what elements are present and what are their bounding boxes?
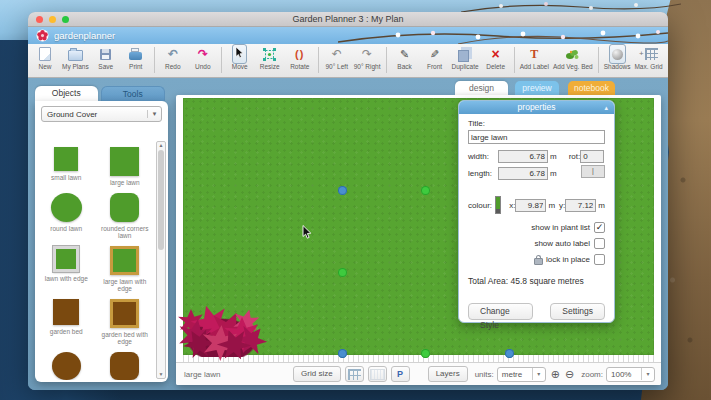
green-edge-swatch: [53, 246, 79, 272]
tab-preview[interactable]: preview: [515, 81, 559, 95]
redo-icon: ↶: [168, 47, 178, 61]
selection-handle-top-left[interactable]: [338, 186, 347, 195]
object-item-garden-bed-with-edge[interactable]: garden bed with edge: [96, 293, 155, 346]
toolbar-save-button[interactable]: Save: [91, 46, 121, 70]
selected-object-status: large lawn: [184, 370, 220, 379]
properties-panel: properties ▴ Title: width: m rot: length…: [458, 100, 615, 323]
object-item-round-lawn[interactable]: round lawn: [37, 187, 96, 240]
toolbar-divider: [221, 47, 222, 73]
rotation-dial[interactable]: |: [581, 165, 605, 178]
objects-panel-body: Ground Cover ▾ small lawn large lawn rou…: [35, 101, 168, 382]
canvas-status-bar: large lawn Grid size P Layers units: met…: [176, 362, 661, 385]
colour-swatch[interactable]: [495, 196, 501, 214]
lock-in-place-label: lock in place: [546, 255, 590, 264]
width-input[interactable]: [498, 150, 548, 163]
bring-to-front-icon: ✎: [430, 47, 439, 61]
toolbar-add-veg-bed-button[interactable]: Add Veg. Bed: [551, 46, 595, 70]
selection-handle-bottom-middle[interactable]: [421, 349, 430, 358]
new-document-icon: [39, 47, 51, 61]
toolbar-delete-button[interactable]: × Delete: [481, 46, 511, 70]
title-label: Title:: [468, 119, 485, 128]
toolbar-new-button[interactable]: New: [30, 46, 60, 70]
green-rounded-swatch: [110, 193, 139, 222]
grid-size-button[interactable]: Grid size: [293, 366, 341, 382]
toolbar-redo-button[interactable]: ↶ Redo: [158, 46, 188, 70]
chevron-down-icon: ▾: [641, 368, 654, 380]
toolbar-undo-button[interactable]: ↷ Undo: [188, 46, 218, 70]
toolbar-back-button[interactable]: ✎ Back: [390, 46, 420, 70]
object-item-rounded-corners-lawn[interactable]: rounded corners lawn: [96, 187, 155, 240]
zoom-in-button[interactable]: ⊕: [551, 368, 560, 381]
window-titlebar[interactable]: Garden Planner 3 : My Plan: [28, 12, 668, 27]
object-item-rounded-corners-bed[interactable]: rounded corners: [96, 346, 155, 381]
settings-button[interactable]: Settings: [550, 303, 605, 320]
length-input[interactable]: [498, 167, 548, 180]
object-item-garden-bed[interactable]: garden bed: [37, 293, 96, 346]
toggle-grid-button[interactable]: [345, 366, 364, 382]
layers-button[interactable]: Layers: [428, 366, 468, 382]
object-item-large-lawn-with-edge[interactable]: large lawn with edge: [96, 240, 155, 293]
change-style-button[interactable]: Change Style: [468, 303, 533, 320]
toolbar-add-label-button[interactable]: T Add Label: [518, 46, 551, 70]
toolbar-print-button[interactable]: Print: [121, 46, 151, 70]
chevron-down-icon: ▾: [532, 368, 545, 380]
resize-icon: [263, 48, 276, 61]
show-in-plant-list-label: show in plant list: [531, 223, 590, 232]
title-input[interactable]: [468, 130, 605, 144]
units-select[interactable]: metre ▾: [497, 367, 546, 382]
toolbar-move-button[interactable]: Move: [225, 46, 255, 70]
selection-handle-bottom-right[interactable]: [505, 349, 514, 358]
zoom-label: zoom:: [581, 370, 603, 379]
toolbar-divider: [154, 47, 155, 73]
save-icon: [100, 49, 111, 60]
length-label: length:: [468, 169, 498, 178]
toolbar-resize-button[interactable]: Resize: [255, 46, 285, 70]
tab-objects[interactable]: Objects: [35, 86, 98, 101]
toolbar-max-grid-button[interactable]: Max. Grid: [632, 46, 664, 70]
lock-in-place-checkbox[interactable]: [594, 254, 605, 265]
pink-shrub-object[interactable]: [178, 299, 268, 359]
object-item-lawn-with-edge[interactable]: lawn with edge: [37, 240, 96, 293]
object-item-small-lawn[interactable]: small lawn: [37, 141, 96, 187]
selection-handle-left-middle[interactable]: [338, 268, 347, 277]
toolbar-duplicate-button[interactable]: Duplicate: [450, 46, 481, 70]
toolbar-90-right-button[interactable]: ↷ 90° Right: [352, 46, 383, 70]
plant-list-button[interactable]: P: [391, 366, 410, 382]
tab-design[interactable]: design: [455, 81, 508, 95]
max-grid-icon: [645, 48, 658, 60]
toolbar-divider: [514, 47, 515, 73]
colour-label: colour:: [468, 201, 492, 210]
collapse-panel-icon[interactable]: ▴: [604, 101, 608, 114]
show-auto-label-checkbox[interactable]: [594, 238, 605, 249]
rotate-icon: (): [295, 47, 304, 61]
toolbar-rotate-button[interactable]: () Rotate: [285, 46, 315, 70]
green-square-swatch: [54, 147, 78, 171]
toggle-ruler-button[interactable]: [368, 366, 387, 382]
tab-tools[interactable]: Tools: [101, 86, 166, 101]
scroll-down-icon[interactable]: ▼: [157, 371, 165, 378]
selection-handle-bottom-left[interactable]: [338, 349, 347, 358]
object-item-large-lawn[interactable]: large lawn: [96, 141, 155, 187]
y-position-input[interactable]: [565, 199, 596, 212]
zoom-select[interactable]: 100% ▾: [606, 367, 655, 382]
x-position-input[interactable]: [515, 199, 546, 212]
show-in-plant-list-checkbox[interactable]: ✓: [594, 222, 605, 233]
toolbar-my-plans-button[interactable]: My Plans: [60, 46, 91, 70]
scroll-up-icon[interactable]: ▲: [157, 142, 165, 149]
toolbar-divider: [318, 47, 319, 73]
category-dropdown[interactable]: Ground Cover ▾: [41, 106, 162, 122]
app-window: Garden Planner 3 : My Plan gardenplanner…: [28, 12, 668, 390]
rotation-input[interactable]: [580, 150, 604, 163]
object-list-scrollbar[interactable]: ▲ ▼: [156, 141, 166, 379]
selection-handle-top-middle[interactable]: [421, 186, 430, 195]
properties-panel-header[interactable]: properties ▴: [459, 101, 614, 114]
zoom-out-button[interactable]: ⊖: [565, 368, 574, 381]
tab-notebook[interactable]: notebook: [568, 81, 615, 95]
object-item-round-garden-bed[interactable]: round garden bed: [37, 346, 96, 381]
scrollbar-thumb[interactable]: [158, 150, 164, 250]
total-area-text: Total Area: 45.8 square metres: [468, 276, 605, 286]
add-veg-bed-icon: [565, 48, 580, 61]
toolbar-front-button[interactable]: ✎ Front: [420, 46, 450, 70]
toolbar-90-left-button[interactable]: ↶ 90° Left: [322, 46, 352, 70]
toolbar-shadows-button[interactable]: Shadows: [602, 46, 633, 70]
